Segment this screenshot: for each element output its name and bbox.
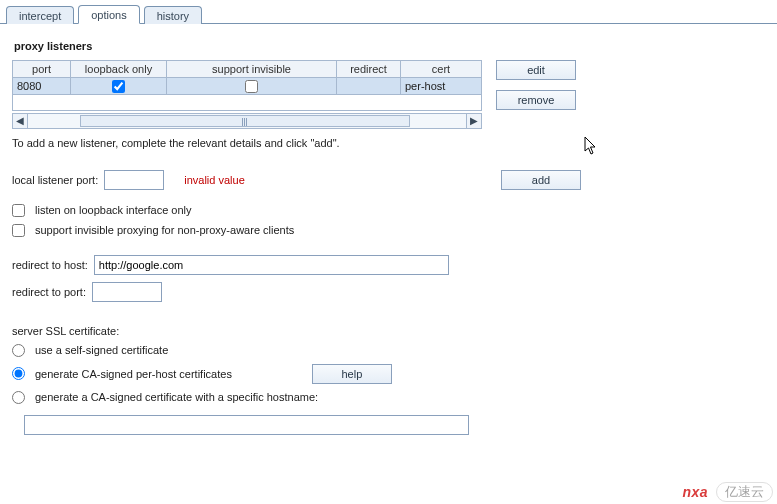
support-invisible-checkbox[interactable] [12,224,25,237]
col-cert[interactable]: cert [401,61,482,78]
redirect-host-input[interactable] [94,255,449,275]
listener-table[interactable]: port loopback only support invisible red… [12,60,482,111]
ssl-self-signed-label: use a self-signed certificate [35,344,168,356]
table-header-row: port loopback only support invisible red… [13,61,482,78]
tabbar: intercept options history [0,0,777,24]
ssl-section-title: server SSL certificate: [12,325,119,337]
cell-port: 8080 [13,78,71,95]
scroll-track[interactable] [28,113,466,129]
cell-loopback [71,78,167,95]
scroll-thumb[interactable] [80,115,410,127]
ssl-self-signed-radio[interactable] [12,344,25,357]
redirect-port-label: redirect to port: [12,286,86,298]
table-row[interactable]: 8080 per-host [13,78,482,95]
col-redirect[interactable]: redirect [337,61,401,78]
listener-table-wrap: port loopback only support invisible red… [12,60,482,129]
tab-history[interactable]: history [144,6,202,24]
panel-title: proxy listeners [14,40,765,52]
cell-redirect [337,78,401,95]
local-port-input[interactable] [104,170,164,190]
redirect-port-input[interactable] [92,282,162,302]
ssl-specific-label: generate a CA-signed certificate with a … [35,391,318,403]
watermark-brand: nxa [682,484,708,500]
redirect-host-label: redirect to host: [12,259,88,271]
loopback-only-label: listen on loopback interface only [35,204,192,216]
table-row-empty [13,94,482,110]
col-port[interactable]: port [13,61,71,78]
listener-side-buttons: edit remove [496,60,576,110]
edit-button[interactable]: edit [496,60,576,80]
scroll-right-button[interactable]: ▶ [466,113,482,129]
ssl-perhost-label: generate CA-signed per-host certificates [35,368,232,380]
options-panel: proxy listeners port loopback only suppo… [0,24,777,447]
ssl-perhost-radio[interactable] [12,367,25,380]
cell-support [167,78,337,95]
watermark-site: 亿速云 [716,482,773,502]
local-port-label: local listener port: [12,174,98,186]
support-invisible-label: support invisible proxying for non-proxy… [35,224,294,236]
add-button[interactable]: add [501,170,581,190]
tab-options[interactable]: options [78,5,139,24]
help-button[interactable]: help [312,364,392,384]
col-support[interactable]: support invisible [167,61,337,78]
add-hint: To add a new listener, complete the rele… [12,137,765,149]
tab-intercept[interactable]: intercept [6,6,74,24]
row-loopback-checkbox[interactable] [112,80,125,93]
invalid-value-label: invalid value [184,174,245,186]
row-support-checkbox[interactable] [245,80,258,93]
scroll-left-button[interactable]: ◀ [12,113,28,129]
cell-cert: per-host [401,78,482,95]
watermark: nxa 亿速云 [682,482,773,502]
loopback-only-checkbox[interactable] [12,204,25,217]
ssl-specific-hostname-input[interactable] [24,415,469,435]
ssl-specific-radio[interactable] [12,391,25,404]
remove-button[interactable]: remove [496,90,576,110]
col-loopback[interactable]: loopback only [71,61,167,78]
table-h-scrollbar[interactable]: ◀ ▶ [12,113,482,129]
